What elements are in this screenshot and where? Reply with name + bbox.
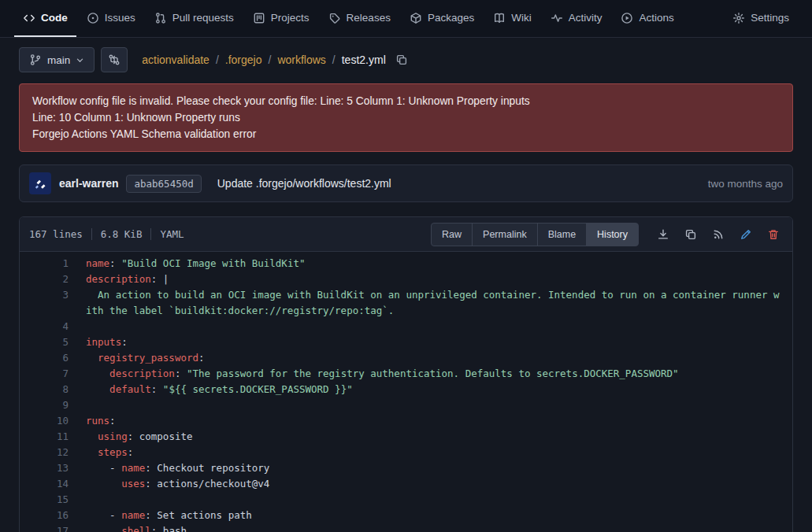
line-number[interactable]: 13 (20, 460, 69, 476)
line-number[interactable]: 2 (20, 272, 69, 287)
nav-tab-label: Packages (428, 12, 474, 24)
line-content (69, 397, 792, 413)
file-icon-actions (645, 225, 783, 244)
code-icon (23, 12, 35, 24)
branch-icon (29, 54, 42, 66)
edit-file-button[interactable] (736, 225, 755, 244)
code-line: 14 uses: actions/checkout@v4 (20, 476, 792, 492)
projects-icon (253, 12, 265, 24)
nav-tab-packages[interactable]: Packages (401, 0, 483, 37)
rss-icon (712, 228, 725, 241)
breadcrumb-separator: / (268, 54, 271, 66)
nav-tab-wiki[interactable]: Wiki (484, 0, 540, 37)
nav-tab-label: Settings (751, 12, 789, 24)
line-content: shell: bash (69, 523, 792, 532)
top-nav: CodeIssuesPull requestsProjectsReleasesP… (0, 0, 812, 38)
line-number[interactable]: 15 (20, 492, 69, 508)
nav-tab-label: Issues (105, 12, 135, 24)
nav-tab-settings[interactable]: Settings (724, 0, 798, 37)
line-number[interactable]: 16 (20, 508, 69, 523)
error-line: Forgejo Actions YAML Schema validation e… (32, 126, 780, 142)
download-icon (657, 228, 669, 241)
rss-feed-button[interactable] (709, 225, 728, 244)
history-button[interactable]: History (586, 223, 639, 246)
copy-content-button[interactable] (681, 225, 700, 244)
line-content: description: | (69, 272, 792, 287)
line-content: registry_password: (69, 350, 792, 366)
line-number[interactable]: 17 (20, 523, 69, 532)
line-number[interactable]: 11 (20, 429, 69, 445)
code-line: 16 - name: Set actions path (20, 508, 792, 523)
commit-time: two months ago (708, 178, 783, 190)
code-line: 15 (20, 492, 792, 508)
issue-icon (87, 12, 99, 24)
code-line: 7 description: "The password for the reg… (20, 366, 792, 382)
line-content: inputs: (69, 334, 792, 350)
line-number[interactable]: 8 (20, 382, 69, 397)
line-number[interactable]: 12 (20, 445, 69, 460)
line-content (69, 492, 792, 508)
breadcrumb-separator: / (216, 54, 219, 66)
nav-tab-label: Projects (271, 12, 310, 24)
line-number[interactable]: 3 (20, 287, 69, 319)
pull-request-icon (154, 12, 167, 24)
branch-selector[interactable]: main (19, 47, 95, 72)
book-icon (493, 12, 506, 24)
raw-button[interactable]: Raw (431, 223, 473, 246)
gear-icon (732, 12, 745, 24)
line-number[interactable]: 7 (20, 366, 69, 382)
line-number[interactable]: 4 (20, 319, 69, 334)
branch-name: main (47, 54, 70, 66)
avatar[interactable] (29, 172, 51, 194)
permalink-button[interactable]: Permalink (472, 223, 538, 246)
nav-tab-activity[interactable]: Activity (542, 0, 611, 37)
breadcrumb-current: test2.yml (342, 54, 386, 66)
divider (150, 228, 151, 240)
line-number[interactable]: 14 (20, 476, 69, 492)
nav-tab-label: Code (41, 12, 68, 24)
breadcrumb-link[interactable]: actionvalidate (142, 54, 209, 66)
nav-tab-label: Pull requests (172, 12, 234, 24)
error-banner: Workflow config file is invalid. Please … (19, 83, 793, 152)
nav-tab-code[interactable]: Code (14, 0, 76, 37)
line-content: default: "${{ secrets.DOCKER_PASSWORD }}… (69, 382, 792, 397)
nav-tab-actions[interactable]: Actions (612, 0, 682, 37)
code-view: 1name: "Build OCI Image with BuildKit"2d… (20, 252, 792, 532)
blame-button[interactable]: Blame (537, 223, 587, 246)
line-content: - name: Set actions path (69, 508, 792, 523)
play-icon (621, 12, 633, 24)
nav-tab-pull-requests[interactable]: Pull requests (146, 0, 243, 37)
code-line: 10runs: (20, 413, 792, 429)
code-line: 1name: "Build OCI Image with BuildKit" (20, 256, 792, 272)
commit-author[interactable]: earl-warren (59, 177, 118, 190)
nav-tab-label: Activity (569, 12, 603, 24)
commit-sha[interactable]: abab65450d (126, 175, 201, 193)
code-line: 11 using: composite (20, 429, 792, 445)
code-line: 4 (20, 319, 792, 334)
nav-tab-label: Wiki (511, 12, 532, 24)
line-content: name: "Build OCI Image with BuildKit" (69, 256, 792, 272)
pulse-icon (551, 12, 563, 24)
line-content: runs: (69, 413, 792, 429)
file-size: 6.8 KiB (101, 228, 143, 240)
code-line: 13 - name: Checkout repository (20, 460, 792, 476)
compare-button[interactable] (101, 47, 128, 72)
breadcrumb-link[interactable]: workflows (277, 54, 325, 66)
line-content: - name: Checkout repository (69, 460, 792, 476)
nav-tab-projects[interactable]: Projects (244, 0, 318, 37)
line-number[interactable]: 5 (20, 334, 69, 350)
commit-message[interactable]: Update .forgejo/workflows/test2.yml (217, 177, 391, 190)
file-meta: 167 lines 6.8 KiB YAML (29, 228, 184, 240)
code-line: 2description: | (20, 272, 792, 287)
breadcrumb-link[interactable]: .forgejo (225, 54, 262, 66)
copy-path-button[interactable] (394, 52, 410, 68)
download-button[interactable] (654, 225, 673, 244)
delete-file-button[interactable] (764, 225, 783, 244)
nav-tab-issues[interactable]: Issues (78, 0, 144, 37)
line-number[interactable]: 9 (20, 397, 69, 413)
error-line: Workflow config file is invalid. Please … (32, 93, 780, 109)
line-number[interactable]: 10 (20, 413, 69, 429)
line-number[interactable]: 1 (20, 256, 69, 272)
nav-tab-releases[interactable]: Releases (320, 0, 399, 37)
line-number[interactable]: 6 (20, 350, 69, 366)
